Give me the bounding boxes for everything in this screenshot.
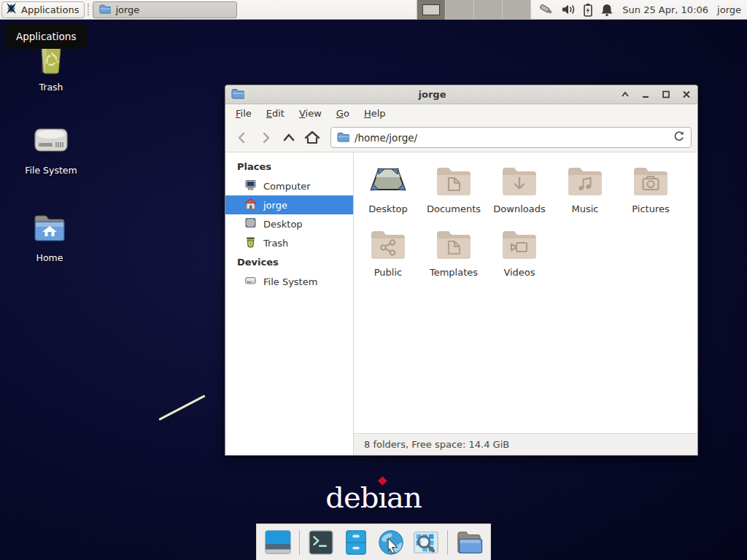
sidebar-item-jorge[interactable]: jorge	[225, 195, 353, 214]
applications-menu-button[interactable]: Applications	[1, 1, 85, 18]
dock-separator	[299, 530, 300, 555]
menubar: File Edit View Go Help	[225, 104, 697, 123]
sidebar-item-label: Desktop	[263, 219, 303, 230]
dock-folder-icon[interactable]	[455, 529, 483, 556]
pictures-folder-icon	[632, 163, 670, 198]
workspace-4[interactable]	[503, 0, 531, 20]
minimize-button[interactable]	[640, 90, 651, 100]
desktop-icon-label: File System	[25, 165, 77, 176]
music-folder-icon	[566, 163, 604, 198]
menu-edit[interactable]: Edit	[259, 104, 292, 123]
taskbar-item-jorge[interactable]: jorge	[93, 1, 237, 18]
back-button[interactable]	[231, 127, 253, 149]
shade-button[interactable]	[620, 90, 630, 100]
reload-icon[interactable]	[673, 131, 685, 144]
battery-icon[interactable]	[582, 3, 594, 17]
documents-folder-icon	[435, 163, 473, 198]
sidebar-item-label: Computer	[263, 181, 311, 192]
sidebar-item-label: jorge	[263, 200, 287, 211]
path-input[interactable]	[355, 132, 668, 144]
templates-folder-icon	[435, 226, 473, 262]
sidebar-item-trash[interactable]: Trash	[225, 233, 353, 252]
sidebar-item-label: Trash	[263, 238, 288, 249]
home-button[interactable]	[301, 127, 323, 149]
applications-tooltip: Applications	[4, 24, 88, 49]
folder-label: Downloads	[493, 203, 545, 214]
user-home-icon	[244, 198, 257, 212]
drive-small-icon	[244, 274, 257, 289]
sidebar-header-places: Places	[225, 157, 353, 176]
menu-go[interactable]: Go	[329, 104, 357, 123]
folder-item-desktop[interactable]: Desktop	[355, 163, 421, 214]
dock-panel	[256, 524, 491, 560]
session-user-label[interactable]: jorge	[717, 4, 741, 15]
panel-separator	[88, 4, 90, 15]
app-finder-icon[interactable]	[412, 529, 440, 556]
public-folder-icon	[369, 226, 407, 262]
sidebar: Places Computer	[225, 152, 354, 455]
up-button[interactable]	[278, 127, 300, 149]
home-folder-icon	[32, 211, 67, 247]
path-folder-icon	[337, 131, 349, 144]
workspace-3[interactable]	[474, 0, 503, 20]
sidebar-item-label: File System	[263, 276, 317, 287]
close-button[interactable]	[681, 90, 692, 100]
path-bar[interactable]	[330, 127, 692, 148]
terminal-icon[interactable]	[307, 529, 335, 556]
folder-item-templates[interactable]: Templates	[421, 226, 487, 278]
forward-button[interactable]	[255, 127, 276, 149]
folder-item-music[interactable]: Music	[552, 163, 618, 214]
videos-folder-icon	[500, 226, 538, 262]
show-desktop-icon[interactable]	[264, 529, 292, 556]
sidebar-item-computer[interactable]: Computer	[225, 176, 353, 195]
folder-item-documents[interactable]: Documents	[421, 163, 487, 214]
debian-logo-text: deb	[325, 483, 378, 512]
applications-menu-label: Applications	[21, 4, 79, 15]
computer-icon	[244, 179, 257, 193]
maximize-button[interactable]	[661, 90, 671, 100]
file-manager-icon[interactable]	[342, 529, 370, 556]
xfce-logo-icon	[5, 2, 18, 17]
desktop-icon-file-system[interactable]: File System	[16, 124, 86, 176]
web-browser-icon[interactable]	[377, 529, 405, 556]
volume-icon[interactable]	[561, 3, 576, 16]
folder-item-public[interactable]: Public	[355, 226, 421, 278]
menu-help[interactable]: Help	[357, 104, 393, 123]
system-tray	[538, 2, 614, 17]
notifications-icon[interactable]	[600, 3, 614, 17]
taskbar-item-label: jorge	[115, 4, 139, 15]
statusbar: 8 folders, Free space: 14.4 GiB	[354, 433, 697, 455]
window-titlebar[interactable]: jorge	[225, 85, 697, 104]
sidebar-item-desktop[interactable]: Desktop	[225, 214, 353, 233]
folder-item-downloads[interactable]: Downloads	[487, 163, 552, 214]
folder-label: Videos	[503, 267, 535, 278]
folder-label: Templates	[430, 267, 478, 278]
stylus-icon[interactable]	[538, 2, 554, 17]
top-panel: Applications jorge	[0, 0, 747, 20]
downloads-folder-icon	[500, 163, 538, 198]
trash-small-icon	[244, 236, 257, 250]
desktop-places-icon	[244, 217, 257, 231]
desktop-folder-icon	[368, 163, 408, 198]
workspace-1[interactable]	[417, 0, 446, 20]
sidebar-item-file-system[interactable]: File System	[225, 272, 353, 291]
clock[interactable]: Sun 25 Apr, 10:06	[622, 4, 708, 15]
desktop-icon-home[interactable]: Home	[15, 211, 85, 263]
debian-logo-i: ı	[378, 483, 387, 512]
folder-icon	[99, 4, 111, 16]
menu-file[interactable]: File	[228, 104, 259, 123]
folder-label: Public	[374, 267, 402, 278]
window-title: jorge	[244, 89, 620, 100]
folder-item-videos[interactable]: Videos	[487, 226, 552, 278]
toolbar	[225, 123, 697, 152]
hard-drive-icon	[34, 124, 69, 160]
folder-item-pictures[interactable]: Pictures	[618, 163, 684, 214]
desktop-icon-label: Home	[36, 252, 63, 263]
folder-label: Documents	[427, 203, 481, 214]
menu-view[interactable]: View	[292, 104, 329, 123]
workspace-switcher	[417, 0, 531, 20]
folder-label: Pictures	[632, 203, 669, 214]
folder-grid: Desktop Documents	[354, 152, 697, 433]
workspace-2[interactable]	[446, 0, 474, 20]
sidebar-header-devices: Devices	[225, 252, 353, 272]
